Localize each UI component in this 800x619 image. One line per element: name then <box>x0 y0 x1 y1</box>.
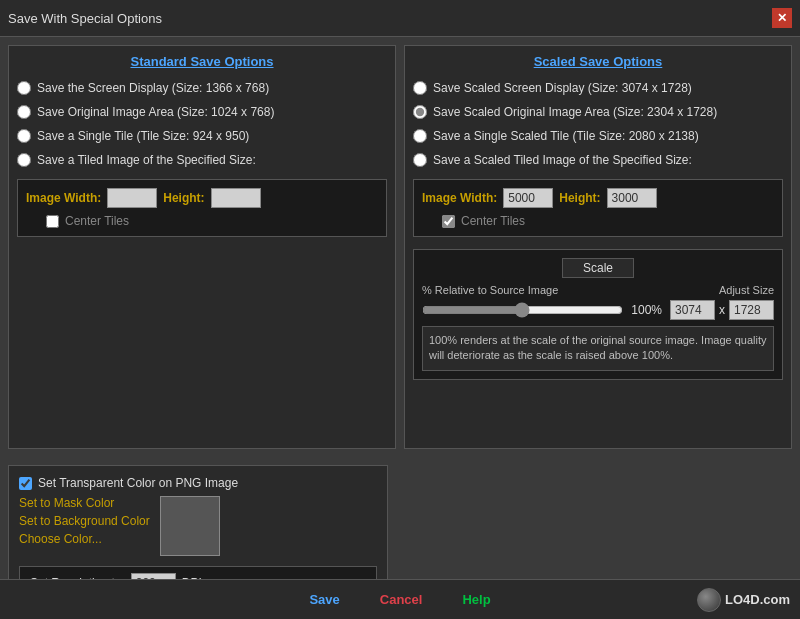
scaled-center-tiles-label: Center Tiles <box>461 214 525 228</box>
scale-controls: 100% x <box>422 300 774 320</box>
adjust-height-field[interactable] <box>729 300 774 320</box>
standard-radio-2[interactable] <box>17 105 31 119</box>
scaled-option-2[interactable]: Save Scaled Original Image Area (Size: 2… <box>413 103 783 121</box>
color-links: Set to Mask Color Set to Background Colo… <box>19 496 150 546</box>
scale-title-row: Scale <box>422 258 774 284</box>
mask-color-link[interactable]: Set to Mask Color <box>19 496 150 510</box>
standard-width-field[interactable] <box>107 188 157 208</box>
top-panels: Standard Save Options Save the Screen Di… <box>8 45 792 449</box>
scaled-size-inputs: Image Width: Height: <box>422 188 774 208</box>
standard-center-tiles-row: Center Tiles <box>26 214 378 228</box>
standard-size-inputs: Image Width: Height: <box>26 188 378 208</box>
scaled-label-2: Save Scaled Original Image Area (Size: 2… <box>433 105 717 119</box>
standard-radio-4[interactable] <box>17 153 31 167</box>
standard-height-label: Height: <box>163 191 204 205</box>
standard-option-1[interactable]: Save the Screen Display (Size: 1366 x 76… <box>17 79 387 97</box>
scaled-panel-title: Scaled Save Options <box>413 54 783 69</box>
standard-option-4[interactable]: Save a Tiled Image of the Specified Size… <box>17 151 387 169</box>
help-button[interactable]: Help <box>462 592 490 607</box>
scaled-width-field[interactable] <box>503 188 553 208</box>
scale-slider[interactable] <box>422 302 623 318</box>
logo-globe-icon <box>697 588 721 612</box>
standard-radio-1[interactable] <box>17 81 31 95</box>
choose-color-link[interactable]: Choose Color... <box>19 532 150 546</box>
standard-center-tiles-label: Center Tiles <box>65 214 129 228</box>
scaled-radio-2[interactable] <box>413 105 427 119</box>
standard-center-tiles-checkbox[interactable] <box>46 215 59 228</box>
scaled-size-input-area: Image Width: Height: Center Tiles <box>413 179 783 237</box>
scaled-center-tiles-row: Center Tiles <box>422 214 774 228</box>
cancel-button[interactable]: Cancel <box>380 592 423 607</box>
standard-option-2[interactable]: Save Original Image Area (Size: 1024 x 7… <box>17 103 387 121</box>
scale-info-box: 100% renders at the scale of the origina… <box>422 326 774 371</box>
times-icon: x <box>719 303 725 317</box>
logo-text: LO4D.com <box>725 592 790 607</box>
standard-label-2: Save Original Image Area (Size: 1024 x 7… <box>37 105 274 119</box>
scaled-label-1: Save Scaled Screen Display (Size: 3074 x… <box>433 81 692 95</box>
scaled-label-4: Save a Scaled Tiled Image of the Specifi… <box>433 153 692 167</box>
scaled-width-label: Image Width: <box>422 191 497 205</box>
close-button[interactable]: ✕ <box>772 8 792 28</box>
scaled-center-tiles-checkbox[interactable] <box>442 215 455 228</box>
bottom-bar: Save Cancel Help LO4D.com <box>0 579 800 619</box>
standard-radio-3[interactable] <box>17 129 31 143</box>
scaled-height-field[interactable] <box>607 188 657 208</box>
standard-size-input-area: Image Width: Height: Center Tiles <box>17 179 387 237</box>
transparent-label: Set Transparent Color on PNG Image <box>38 476 238 490</box>
scaled-label-3: Save a Single Scaled Tile (Tile Size: 20… <box>433 129 699 143</box>
standard-panel-title: Standard Save Options <box>17 54 387 69</box>
adjust-width-field[interactable] <box>670 300 715 320</box>
scaled-option-1[interactable]: Save Scaled Screen Display (Size: 3074 x… <box>413 79 783 97</box>
standard-save-panel: Standard Save Options Save the Screen Di… <box>8 45 396 449</box>
scale-panel: Scale % Relative to Source Image Adjust … <box>413 249 783 380</box>
standard-label-1: Save the Screen Display (Size: 1366 x 76… <box>37 81 269 95</box>
transparent-color-row: Set Transparent Color on PNG Image <box>19 476 377 490</box>
scale-sub-labels: % Relative to Source Image Adjust Size <box>422 284 774 296</box>
scaled-height-label: Height: <box>559 191 600 205</box>
standard-height-field[interactable] <box>211 188 261 208</box>
color-swatch <box>160 496 220 556</box>
transparent-checkbox[interactable] <box>19 477 32 490</box>
scale-percent: 100% <box>631 303 662 317</box>
logo-area: LO4D.com <box>697 588 790 612</box>
standard-width-label: Image Width: <box>26 191 101 205</box>
scaled-option-4[interactable]: Save a Scaled Tiled Image of the Specifi… <box>413 151 783 169</box>
scale-title: Scale <box>562 258 634 278</box>
title-text: Save With Special Options <box>8 11 162 26</box>
scaled-radio-4[interactable] <box>413 153 427 167</box>
adjust-size-label: Adjust Size <box>719 284 774 296</box>
adjust-inputs: x <box>670 300 774 320</box>
scaled-radio-3[interactable] <box>413 129 427 143</box>
color-options: Set to Mask Color Set to Background Colo… <box>19 496 377 556</box>
main-content: Standard Save Options Save the Screen Di… <box>0 37 800 619</box>
bg-color-link[interactable]: Set to Background Color <box>19 514 150 528</box>
standard-option-3[interactable]: Save a Single Tile (Tile Size: 924 x 950… <box>17 127 387 145</box>
title-bar: Save With Special Options ✕ <box>0 0 800 37</box>
relative-label: % Relative to Source Image <box>422 284 558 296</box>
standard-label-4: Save a Tiled Image of the Specified Size… <box>37 153 256 167</box>
save-button[interactable]: Save <box>309 592 339 607</box>
standard-label-3: Save a Single Tile (Tile Size: 924 x 950… <box>37 129 249 143</box>
scaled-save-panel: Scaled Save Options Save Scaled Screen D… <box>404 45 792 449</box>
scaled-radio-1[interactable] <box>413 81 427 95</box>
scaled-option-3[interactable]: Save a Single Scaled Tile (Tile Size: 20… <box>413 127 783 145</box>
